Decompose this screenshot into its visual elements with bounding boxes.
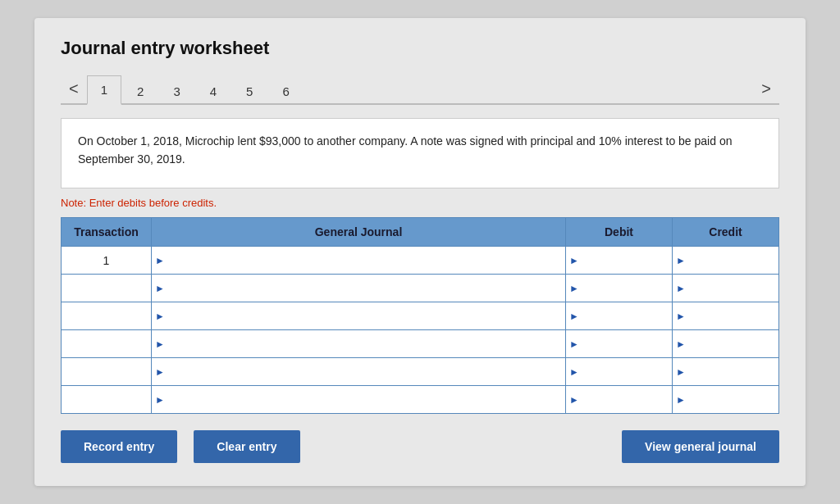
cell-transaction-6 (62, 386, 152, 414)
tab-6[interactable]: 6 (268, 77, 303, 105)
arrow-icon: ► (155, 283, 165, 294)
cell-transaction-2 (62, 275, 152, 302)
cell-journal-2[interactable]: ► (152, 275, 566, 302)
cell-journal-6[interactable]: ► (152, 386, 566, 414)
tab-5[interactable]: 5 (232, 77, 267, 105)
table-row: 1 ► ► ► (62, 247, 779, 275)
input-credit-1[interactable] (689, 252, 775, 268)
record-entry-button[interactable]: Record entry (61, 430, 177, 463)
arrow-icon: ► (155, 255, 165, 266)
cell-debit-1[interactable]: ► (566, 247, 673, 275)
main-container: Journal entry worksheet < 1 2 3 4 5 6 > … (34, 18, 806, 487)
cell-journal-4[interactable]: ► (152, 330, 566, 358)
tabs-row: < 1 2 3 4 5 6 > (61, 74, 779, 105)
cell-transaction-1: 1 (62, 247, 152, 275)
arrow-icon: ► (569, 366, 579, 378)
input-debit-5[interactable] (582, 364, 669, 379)
prev-tab-arrow[interactable]: < (61, 75, 87, 102)
arrow-icon: ► (676, 366, 686, 378)
input-debit-4[interactable] (582, 336, 669, 352)
cell-journal-1[interactable]: ► (152, 247, 566, 275)
arrow-icon: ► (676, 283, 686, 294)
arrow-icon: ► (155, 366, 165, 378)
input-debit-1[interactable] (582, 252, 669, 268)
cell-debit-4[interactable]: ► (566, 330, 673, 358)
input-journal-5[interactable] (168, 364, 562, 379)
page-title: Journal entry worksheet (61, 38, 779, 59)
arrow-icon: ► (155, 311, 165, 322)
view-general-journal-button[interactable]: View general journal (622, 430, 779, 463)
col-header-debit: Debit (566, 218, 673, 247)
table-row: ► ► ► (62, 275, 779, 302)
arrow-icon: ► (569, 255, 579, 266)
buttons-row: Record entry Clear entry View general jo… (61, 430, 779, 463)
input-debit-2[interactable] (582, 280, 669, 296)
input-debit-6[interactable] (582, 392, 669, 407)
input-journal-6[interactable] (168, 392, 562, 407)
arrow-icon: ► (569, 311, 579, 322)
cell-journal-3[interactable]: ► (152, 302, 566, 330)
next-tab-arrow[interactable]: > (753, 75, 779, 102)
col-header-credit: Credit (673, 218, 779, 247)
arrow-icon: ► (569, 283, 579, 294)
cell-transaction-5 (62, 358, 152, 386)
cell-credit-3[interactable]: ► (673, 302, 779, 330)
input-credit-4[interactable] (689, 336, 775, 352)
table-row: ► ► ► (62, 302, 779, 330)
note-text: Note: Enter debits before credits. (61, 197, 779, 209)
cell-debit-6[interactable]: ► (566, 386, 673, 414)
journal-table: Transaction General Journal Debit Credit… (61, 217, 779, 414)
table-row: ► ► ► (62, 358, 779, 386)
cell-debit-3[interactable]: ► (566, 302, 673, 330)
input-credit-3[interactable] (689, 308, 775, 324)
tab-3[interactable]: 3 (159, 77, 194, 105)
arrow-icon: ► (676, 255, 686, 266)
input-journal-2[interactable] (168, 280, 562, 296)
cell-journal-5[interactable]: ► (152, 358, 566, 386)
input-journal-1[interactable] (168, 252, 562, 268)
cell-transaction-3 (62, 302, 152, 330)
cell-debit-5[interactable]: ► (566, 358, 673, 386)
input-credit-2[interactable] (689, 280, 775, 296)
cell-transaction-4 (62, 330, 152, 358)
arrow-icon: ► (155, 394, 165, 406)
input-credit-5[interactable] (689, 364, 775, 379)
arrow-icon: ► (569, 338, 579, 350)
arrow-icon: ► (569, 394, 579, 406)
table-row: ► ► ► (62, 330, 779, 358)
cell-credit-5[interactable]: ► (673, 358, 779, 386)
clear-entry-button[interactable]: Clear entry (194, 430, 299, 463)
input-journal-3[interactable] (168, 308, 562, 324)
col-header-transaction: Transaction (62, 218, 152, 247)
description-box: On October 1, 2018, Microchip lent $93,0… (61, 118, 779, 189)
cell-debit-2[interactable]: ► (566, 275, 673, 302)
tab-4[interactable]: 4 (196, 77, 231, 105)
cell-credit-6[interactable]: ► (673, 386, 779, 414)
input-journal-4[interactable] (168, 336, 562, 352)
arrow-icon: ► (676, 394, 686, 406)
input-debit-3[interactable] (582, 308, 669, 324)
col-header-general-journal: General Journal (152, 218, 566, 247)
arrow-icon: ► (155, 338, 165, 350)
cell-credit-2[interactable]: ► (673, 275, 779, 302)
cell-credit-1[interactable]: ► (673, 247, 779, 275)
cell-credit-4[interactable]: ► (673, 330, 779, 358)
tab-1[interactable]: 1 (87, 75, 121, 105)
tab-2[interactable]: 2 (123, 77, 158, 105)
table-row: ► ► ► (62, 386, 779, 414)
arrow-icon: ► (676, 338, 686, 350)
description-text: On October 1, 2018, Microchip lent $93,0… (78, 134, 732, 166)
input-credit-6[interactable] (689, 392, 775, 407)
arrow-icon: ► (676, 311, 686, 322)
